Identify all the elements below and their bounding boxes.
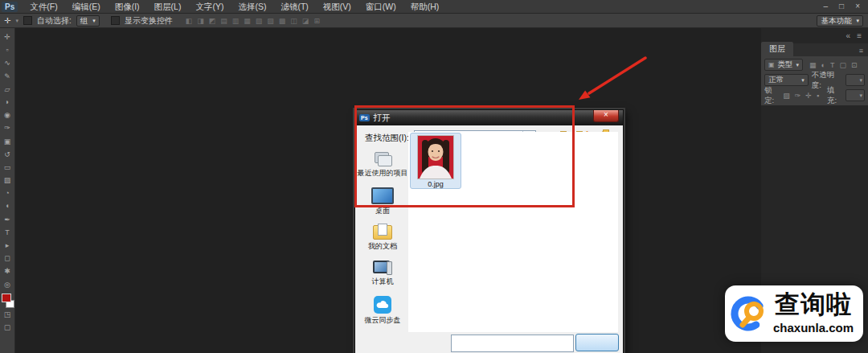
- filename-input[interactable]: [451, 335, 574, 352]
- align-top-icon[interactable]: ▤: [220, 17, 227, 25]
- shape-tool-icon[interactable]: ◻: [4, 252, 10, 265]
- menu-select[interactable]: 选择(S): [231, 0, 273, 13]
- auto-select-dropdown[interactable]: 组 ▾: [76, 15, 100, 27]
- menu-help[interactable]: 帮助(H): [403, 0, 447, 13]
- distribute-vcenter-icon[interactable]: ▨: [267, 17, 274, 25]
- layers-panel-body: ▣ 类型 ▾ ▦ ◐ T ▢ ⊡ 正常 ▾ 不透明度:: [761, 56, 868, 105]
- screen-mode-icon[interactable]: ▢: [4, 321, 11, 334]
- panel-tab-bar: 图层 ≡: [761, 43, 868, 56]
- marquee-tool-icon[interactable]: ▫: [6, 43, 8, 56]
- dock-menu-icon[interactable]: ≡: [857, 31, 862, 40]
- workspace-switcher[interactable]: 基本功能 ▾: [817, 15, 863, 27]
- menu-image[interactable]: 图像(I): [108, 0, 147, 13]
- sidebar-item-recent[interactable]: 最近使用的项目: [358, 152, 407, 179]
- chevron-down-icon: ▾: [856, 16, 859, 26]
- eraser-tool-icon[interactable]: ▭: [4, 161, 11, 174]
- auto-select-checkbox[interactable]: [23, 16, 32, 25]
- menu-window[interactable]: 窗口(W): [358, 0, 403, 13]
- sidebar-item-computer[interactable]: 计算机: [358, 261, 407, 287]
- show-transform-checkbox[interactable]: [111, 16, 120, 25]
- documents-icon: [373, 225, 392, 240]
- align-icons: ◧ ◨ ◩ ▤ ▥ ▦ ▧ ▨ ▩ ◫ ◪ ⊞: [186, 17, 320, 25]
- open-dialog: Ps 打开 × 查找范围(I): 寸照 ▾ ◄ ↑: [354, 109, 624, 353]
- arrange-3d-icon[interactable]: ⊞: [313, 17, 320, 25]
- dodge-tool-icon[interactable]: ◖: [5, 199, 9, 212]
- foreground-color-swatch[interactable]: [2, 293, 11, 302]
- file-list-area[interactable]: 0.jpg: [408, 132, 618, 332]
- menu-view[interactable]: 视图(V): [316, 0, 358, 13]
- hand-tool-icon[interactable]: ✱: [4, 265, 10, 277]
- align-hcenter-icon[interactable]: ◨: [197, 17, 204, 25]
- crop-tool-icon[interactable]: ▱: [5, 83, 10, 96]
- panel-menu-icon[interactable]: ≡: [859, 47, 868, 56]
- path-select-tool-icon[interactable]: ▸: [6, 239, 10, 252]
- filter-smart-icon[interactable]: ⊡: [851, 61, 858, 69]
- minimize-icon[interactable]: –: [824, 1, 829, 12]
- distribute-hcenter-icon[interactable]: ◪: [302, 17, 309, 25]
- blur-tool-icon[interactable]: ◔: [5, 187, 9, 199]
- menu-filter[interactable]: 滤镜(T): [273, 0, 315, 13]
- tool-preset-arrow-icon[interactable]: ▾: [15, 18, 18, 24]
- computer-icon: [373, 261, 392, 275]
- lasso-tool-icon[interactable]: ∿: [4, 56, 10, 69]
- lock-transparency-icon[interactable]: ▨: [783, 92, 790, 100]
- collapse-panels-icon[interactable]: «: [846, 31, 851, 40]
- stamp-tool-icon[interactable]: ▣: [4, 135, 11, 148]
- tools-panel: ✛ ▫ ∿ ✎ ▱ ◗ ◉ ✑ ▣ ↺ ▭ ▨ ◔ ◖ ✒ T ▸ ◻ ✱ ◎ …: [0, 27, 15, 353]
- fill-value-dropdown[interactable]: ▾: [845, 89, 865, 101]
- filter-pixel-icon[interactable]: ▦: [809, 61, 817, 69]
- type-tool-icon[interactable]: T: [5, 226, 10, 239]
- sidebar-item-documents[interactable]: 我的文档: [358, 225, 407, 252]
- chevron-down-icon: ▾: [796, 62, 800, 68]
- quick-mask-icon[interactable]: ◳: [4, 308, 11, 321]
- menu-type[interactable]: 文字(Y): [188, 0, 231, 13]
- restore-icon[interactable]: □: [839, 1, 844, 12]
- file-item-selected[interactable]: 0.jpg: [410, 133, 461, 189]
- move-tool-icon[interactable]: ✛: [4, 31, 10, 43]
- dialog-close-button[interactable]: ×: [593, 110, 619, 122]
- menu-file[interactable]: 文件(F): [23, 0, 64, 13]
- gradient-tool-icon[interactable]: ▨: [4, 174, 11, 187]
- menu-edit[interactable]: 编辑(E): [65, 0, 108, 13]
- sidebar-item-weiyun[interactable]: 微云同步盘: [358, 296, 407, 326]
- menu-layer[interactable]: 图层(L): [147, 0, 189, 13]
- opacity-value-dropdown[interactable]: ▾: [845, 74, 865, 86]
- filter-type-icons: ▦ ◐ T ▢ ⊡: [809, 61, 858, 69]
- align-right-icon[interactable]: ◩: [209, 17, 216, 25]
- photoshop-window: Ps 文件(F) 编辑(E) 图像(I) 图层(L) 文字(Y) 选择(S) 滤…: [0, 0, 868, 353]
- chevron-down-icon: ▾: [92, 16, 96, 26]
- quick-select-tool-icon[interactable]: ✎: [4, 70, 10, 83]
- healing-tool-icon[interactable]: ◉: [4, 109, 10, 121]
- eyedropper-tool-icon[interactable]: ◗: [5, 96, 9, 109]
- layer-filter-dropdown[interactable]: ▣ 类型 ▾: [764, 59, 803, 71]
- color-swatches[interactable]: [1, 293, 14, 308]
- dialog-ps-icon: Ps: [359, 114, 370, 121]
- watermark-badge: 查询啦 chaxunla.com: [725, 285, 863, 342]
- recent-items-icon: [373, 152, 392, 166]
- align-bottom-icon[interactable]: ▦: [244, 17, 251, 25]
- align-vcenter-icon[interactable]: ▥: [232, 17, 240, 25]
- tab-layers[interactable]: 图层: [761, 42, 793, 56]
- distribute-top-icon[interactable]: ▧: [256, 17, 263, 25]
- filter-adjustment-icon[interactable]: ◐: [821, 61, 825, 69]
- lock-all-icon[interactable]: ▪: [817, 92, 819, 100]
- history-brush-tool-icon[interactable]: ↺: [4, 148, 10, 161]
- filter-shape-icon[interactable]: ▢: [840, 61, 847, 69]
- dialog-titlebar[interactable]: Ps 打开: [355, 110, 623, 125]
- brush-tool-icon[interactable]: ✑: [4, 121, 10, 134]
- pen-tool-icon[interactable]: ✒: [4, 213, 10, 226]
- distribute-left-icon[interactable]: ◫: [290, 17, 297, 25]
- open-button[interactable]: [575, 334, 619, 351]
- move-tool-icon[interactable]: ✛: [4, 16, 10, 25]
- align-left-icon[interactable]: ◧: [186, 17, 193, 25]
- watermark-domain: chaxunla.com: [773, 321, 854, 335]
- auto-select-label: 自动选择:: [37, 15, 72, 27]
- lock-pixels-icon[interactable]: ✑: [795, 92, 801, 100]
- filter-text-icon[interactable]: T: [830, 61, 835, 69]
- lock-position-icon[interactable]: ✛: [805, 92, 812, 100]
- close-icon[interactable]: ×: [855, 1, 860, 12]
- distribute-bottom-icon[interactable]: ▩: [279, 17, 286, 25]
- zoom-tool-icon[interactable]: ◎: [4, 278, 10, 291]
- sidebar-item-desktop[interactable]: 桌面: [358, 187, 407, 216]
- dock-header: « ≡: [761, 27, 868, 43]
